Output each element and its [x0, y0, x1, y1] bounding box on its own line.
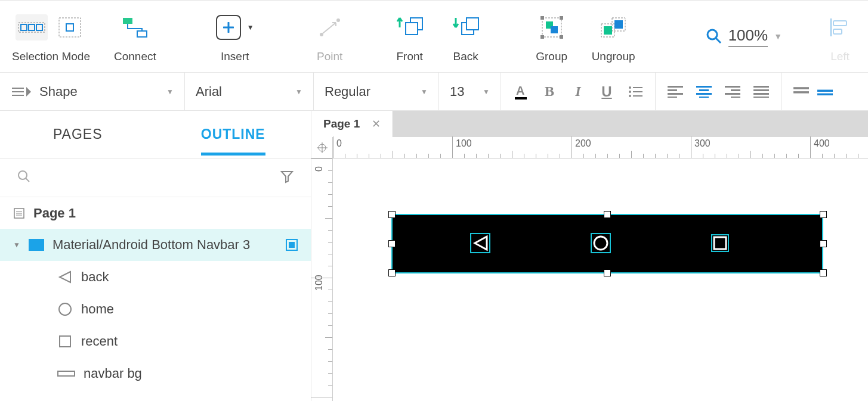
outline-item-home[interactable]: home	[0, 293, 311, 325]
selection-mode-box-icon[interactable]	[54, 14, 86, 41]
zoom-control[interactable]: 100% ▼	[706, 26, 782, 47]
insert-button[interactable]	[216, 15, 241, 40]
svg-rect-49	[753, 89, 769, 91]
ruler-horizontal[interactable]: 0100200300400	[333, 137, 868, 158]
connect-group: Connect	[114, 10, 156, 63]
back-icon[interactable]	[450, 14, 482, 41]
svg-point-34	[629, 95, 631, 97]
outline-group-label: Material/Android Bottom Navbar 3	[52, 237, 277, 253]
search-zoom-icon	[706, 28, 722, 45]
align-h-left-button[interactable]	[668, 84, 683, 100]
svg-rect-36	[668, 86, 683, 88]
document-tabs: Page 1 ✕	[311, 111, 868, 137]
chevron-down-icon[interactable]: ▼	[774, 32, 782, 41]
selection-outline	[391, 214, 823, 273]
font-family-dropdown[interactable]: Arial ▼	[185, 73, 314, 110]
connect-label: Connect	[114, 50, 156, 63]
svg-rect-27	[833, 29, 842, 34]
group-icon[interactable]	[536, 14, 568, 41]
svg-rect-17	[540, 35, 544, 39]
shape-style-icon	[11, 85, 31, 99]
svg-rect-11	[406, 23, 418, 35]
page-tab-label: Page 1	[323, 117, 360, 130]
svg-rect-15	[540, 16, 544, 20]
front-icon[interactable]	[394, 14, 426, 41]
font-weight-dropdown[interactable]: Regular ▼	[314, 73, 439, 110]
svg-rect-50	[753, 93, 769, 95]
svg-point-30	[629, 86, 631, 89]
resize-handle[interactable]	[388, 240, 396, 247]
svg-rect-24	[614, 20, 623, 29]
svg-rect-29	[515, 97, 527, 100]
svg-rect-45	[731, 89, 740, 91]
rect-icon	[57, 369, 75, 378]
collapse-icon[interactable]: ▼	[13, 241, 20, 249]
valign-middle-button[interactable]	[817, 84, 833, 100]
italic-button[interactable]: I	[570, 84, 586, 100]
align-h-justify-button[interactable]	[753, 84, 769, 100]
ungroup-icon[interactable]	[597, 14, 629, 41]
outline-item-navbar-bg[interactable]: navbar bg	[0, 358, 311, 390]
svg-rect-52	[793, 87, 809, 89]
sidebar: PAGES OUTLINE Page 1 ▼ Material/Android …	[0, 111, 311, 401]
bold-button[interactable]: B	[542, 84, 557, 100]
underline-button[interactable]: U	[599, 84, 614, 100]
canvas[interactable]	[333, 158, 868, 401]
resize-handle[interactable]	[388, 269, 396, 276]
triangle-icon	[57, 269, 73, 285]
resize-handle[interactable]	[604, 269, 611, 276]
valign-top-button[interactable]	[793, 84, 809, 100]
main-toolbar: Selection Mode Connect ▼ Insert	[0, 0, 868, 73]
outline-item-back[interactable]: back	[0, 261, 311, 293]
resize-handle[interactable]	[820, 240, 827, 247]
insert-group: ▼ Insert	[216, 10, 254, 63]
search-icon[interactable]	[17, 169, 31, 184]
canvas-area: Page 1 ✕ 0100200300400 0100	[311, 111, 868, 401]
svg-rect-5	[66, 24, 73, 31]
ruler-label: 0	[314, 166, 325, 172]
resize-handle[interactable]	[820, 269, 827, 276]
connect-icon[interactable]	[119, 14, 151, 41]
shape-style-dropdown[interactable]: Shape ▼	[0, 73, 185, 110]
ruler-vertical[interactable]: 0100	[311, 158, 333, 401]
svg-point-56	[18, 171, 27, 179]
ruler-origin[interactable]	[311, 137, 333, 158]
ungroup-label: Ungroup	[592, 50, 635, 63]
selection-mode-label: Selection Mode	[12, 50, 90, 63]
tab-pages[interactable]: PAGES	[0, 126, 156, 142]
list-button[interactable]	[628, 84, 643, 100]
font-size-dropdown[interactable]: 13 ▼	[439, 73, 501, 110]
front-label: Front	[396, 50, 422, 63]
outline-page-row[interactable]: Page 1	[0, 197, 311, 229]
insert-dropdown-caret[interactable]: ▼	[247, 23, 254, 32]
outline-search-row	[0, 158, 311, 194]
svg-rect-60	[58, 371, 75, 376]
selection-mode-direct-icon[interactable]	[16, 14, 48, 41]
point-label: Point	[317, 50, 342, 63]
close-icon[interactable]: ✕	[372, 117, 381, 130]
outline-group-row[interactable]: ▼ Material/Android Bottom Navbar 3	[0, 229, 311, 261]
shape-label: Shape	[39, 84, 78, 100]
align-h-right-button[interactable]	[725, 84, 740, 100]
svg-rect-23	[604, 26, 612, 35]
outline-item-recent[interactable]: recent	[0, 325, 311, 358]
ruler-label: 200	[575, 138, 591, 149]
align-h-center-button[interactable]	[696, 84, 712, 100]
chevron-down-icon: ▼	[421, 88, 428, 96]
svg-rect-31	[633, 87, 642, 88]
font-color-button[interactable]: A	[513, 84, 529, 100]
zoom-value[interactable]: 100%	[728, 26, 768, 47]
outline-item-label: back	[81, 269, 109, 285]
resize-handle[interactable]	[604, 211, 611, 218]
insert-label: Insert	[221, 50, 249, 63]
filter-icon[interactable]	[280, 169, 294, 184]
resize-handle[interactable]	[388, 211, 396, 218]
resize-handle[interactable]	[820, 211, 827, 218]
svg-rect-16	[560, 16, 563, 20]
font-size-value: 13	[450, 84, 464, 100]
tab-outline[interactable]: OUTLINE	[156, 126, 311, 142]
page-tab[interactable]: Page 1 ✕	[311, 111, 393, 137]
outline-item-label: recent	[81, 334, 118, 349]
ungroup-btn-group: Ungroup	[592, 10, 635, 63]
group-btn-group: Group	[536, 10, 568, 63]
